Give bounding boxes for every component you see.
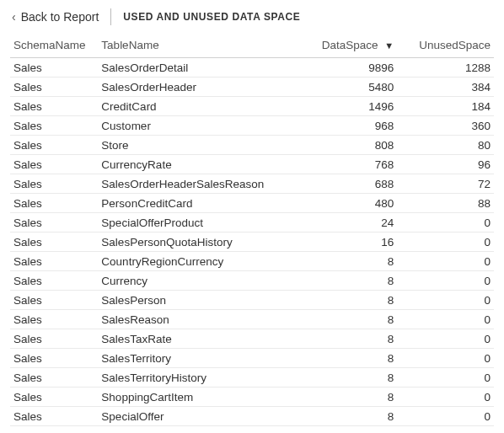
cell-tablename: PersonCreditCard [98,194,282,213]
table-row[interactable]: SalesShoppingCartItem80 [10,388,494,407]
cell-tablename: SalesPersonQuotaHistory [98,233,282,252]
cell-dataspace: 480 [283,194,398,213]
data-table: SchemaName TableName DataSpace ▼ UnusedS… [10,34,494,426]
table-row[interactable]: SalesSalesPersonQuotaHistory160 [10,233,494,252]
cell-schemaname: Sales [10,174,98,194]
cell-tablename: SalesPerson [98,291,282,310]
table-row[interactable]: SalesSalesTerritoryHistory80 [10,368,494,388]
col-label: SchemaName [13,39,86,51]
cell-dataspace: 8 [283,388,398,407]
cell-schemaname: Sales [10,194,98,213]
cell-unusedspace: 88 [397,194,494,213]
cell-schemaname: Sales [10,252,98,271]
cell-unusedspace: 1288 [397,58,494,78]
col-header-schemaname[interactable]: SchemaName [10,34,98,58]
cell-unusedspace: 184 [397,97,494,116]
cell-unusedspace: 0 [397,213,494,233]
cell-dataspace: 8 [283,329,398,349]
cell-tablename: SalesOrderHeaderSalesReason [98,174,282,194]
cell-schemaname: Sales [10,58,98,78]
cell-tablename: SalesOrderHeader [98,78,282,97]
cell-schemaname: Sales [10,97,98,116]
cell-tablename: SalesTerritory [98,349,282,368]
cell-unusedspace: 0 [397,233,494,252]
cell-unusedspace: 0 [397,388,494,407]
cell-tablename: Store [98,136,282,155]
data-table-container: SchemaName TableName DataSpace ▼ UnusedS… [0,32,504,426]
cell-dataspace: 8 [283,271,398,291]
cell-schemaname: Sales [10,233,98,252]
cell-schemaname: Sales [10,271,98,291]
table-row[interactable]: SalesPersonCreditCard48088 [10,194,494,213]
cell-unusedspace: 0 [397,310,494,329]
cell-tablename: SalesTaxRate [98,329,282,349]
sort-desc-icon: ▼ [384,40,394,51]
cell-unusedspace: 0 [397,271,494,291]
cell-tablename: CurrencyRate [98,155,282,174]
cell-tablename: SpecialOffer [98,407,282,426]
cell-tablename: CreditCard [98,97,282,116]
cell-tablename: Customer [98,116,282,136]
table-row[interactable]: SalesCurrencyRate76896 [10,155,494,174]
table-row[interactable]: SalesSalesOrderDetail98961288 [10,58,494,78]
cell-unusedspace: 96 [397,155,494,174]
cell-tablename: Currency [98,271,282,291]
header-row: SchemaName TableName DataSpace ▼ UnusedS… [10,34,494,58]
cell-schemaname: Sales [10,310,98,329]
cell-dataspace: 808 [283,136,398,155]
cell-dataspace: 9896 [283,58,398,78]
table-row[interactable]: SalesSalesPerson80 [10,291,494,310]
table-row[interactable]: SalesCurrency80 [10,271,494,291]
cell-unusedspace: 0 [397,291,494,310]
cell-tablename: SalesOrderDetail [98,58,282,78]
cell-dataspace: 8 [283,368,398,388]
table-row[interactable]: SalesCreditCard1496184 [10,97,494,116]
table-row[interactable]: SalesSalesReason80 [10,310,494,329]
col-header-unusedspace[interactable]: UnusedSpace [397,34,494,58]
table-row[interactable]: SalesSalesTerritory80 [10,349,494,368]
cell-dataspace: 5480 [283,78,398,97]
cell-unusedspace: 0 [397,349,494,368]
page-title: USED AND UNUSED DATA SPACE [123,11,300,23]
table-row[interactable]: SalesSpecialOffer80 [10,407,494,426]
cell-dataspace: 768 [283,155,398,174]
col-label: UnusedSpace [419,39,491,51]
cell-dataspace: 8 [283,310,398,329]
cell-dataspace: 688 [283,174,398,194]
cell-schemaname: Sales [10,368,98,388]
cell-unusedspace: 0 [397,407,494,426]
cell-dataspace: 16 [283,233,398,252]
cell-unusedspace: 0 [397,368,494,388]
cell-unusedspace: 384 [397,78,494,97]
cell-tablename: SalesReason [98,310,282,329]
table-row[interactable]: SalesSalesOrderHeaderSalesReason68872 [10,174,494,194]
cell-dataspace: 8 [283,252,398,271]
back-label: Back to Report [21,10,99,24]
cell-unusedspace: 72 [397,174,494,194]
cell-schemaname: Sales [10,291,98,310]
cell-schemaname: Sales [10,78,98,97]
cell-schemaname: Sales [10,116,98,136]
table-row[interactable]: SalesSalesTaxRate80 [10,329,494,349]
cell-schemaname: Sales [10,349,98,368]
table-row[interactable]: SalesSpecialOfferProduct240 [10,213,494,233]
chevron-left-icon: ‹ [12,11,16,23]
cell-unusedspace: 0 [397,329,494,349]
cell-unusedspace: 0 [397,252,494,271]
cell-dataspace: 8 [283,291,398,310]
cell-unusedspace: 80 [397,136,494,155]
table-row[interactable]: SalesStore80880 [10,136,494,155]
back-to-report-button[interactable]: ‹ Back to Report [12,10,110,24]
cell-tablename: ShoppingCartItem [98,388,282,407]
cell-schemaname: Sales [10,213,98,233]
cell-unusedspace: 360 [397,116,494,136]
cell-dataspace: 8 [283,349,398,368]
report-header: ‹ Back to Report USED AND UNUSED DATA SP… [0,0,504,32]
col-header-dataspace[interactable]: DataSpace ▼ [283,34,398,58]
col-header-tablename[interactable]: TableName [98,34,282,58]
table-row[interactable]: SalesSalesOrderHeader5480384 [10,78,494,97]
divider [110,8,111,25]
table-row[interactable]: SalesCustomer968360 [10,116,494,136]
cell-tablename: CountryRegionCurrency [98,252,282,271]
table-row[interactable]: SalesCountryRegionCurrency80 [10,252,494,271]
